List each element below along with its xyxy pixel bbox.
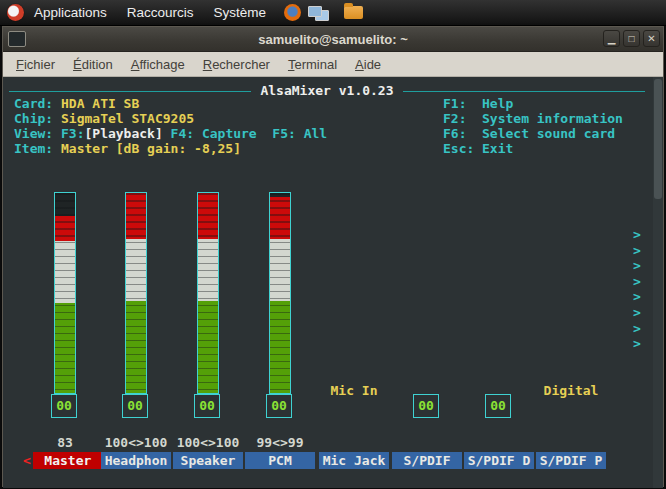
help-esc: Esc:Exit: [443, 141, 513, 156]
chip-value: SigmaTel STAC9205: [61, 111, 194, 126]
view-label: View:: [14, 126, 61, 141]
volume-bar-speaker: [197, 192, 219, 394]
help-f1: F1:Help: [443, 96, 513, 111]
menu-terminal[interactable]: Terminal: [279, 54, 346, 75]
menu-rechercher[interactable]: Rechercher: [194, 54, 279, 75]
more-controls-indicator: > > > > > > > >: [633, 227, 641, 352]
terminal-window: samuelito@samuelito: ~ ▁ □ ✕ Fichier Édi…: [2, 26, 664, 487]
bar-empty-seg: [270, 193, 290, 197]
menu-accel: A: [355, 57, 364, 72]
help-text: Select sound card: [482, 126, 615, 141]
help-key: F6:: [443, 126, 482, 141]
desktop: { "panel": { "menus": [ {"label": "Appli…: [0, 0, 666, 489]
mute-indicator-speaker: 00: [194, 394, 220, 418]
bar-green-seg: [270, 301, 290, 393]
control-name-headphone: Headphon: [101, 452, 171, 469]
chevron-right-icon: >: [633, 243, 641, 259]
bar-white-seg: [126, 239, 146, 301]
help-text: Exit: [482, 141, 513, 156]
control-name-spdif-p: S/PDIF P: [536, 452, 606, 469]
bar-red-seg: [270, 197, 290, 239]
help-key: Esc:: [443, 141, 482, 156]
help-text: Help: [482, 96, 513, 111]
chevron-right-icon: >: [633, 274, 641, 290]
chevron-right-icon: >: [633, 336, 641, 352]
menu-rest: ffichage: [139, 57, 184, 72]
window-titlebar[interactable]: samuelito@samuelito: ~ ▁ □ ✕: [3, 27, 663, 52]
terminal-screen[interactable]: AlsaMixer v1.0.23 Card:HDA ATI SB Chip:S…: [3, 77, 663, 488]
scrollbar-thumb[interactable]: [654, 79, 662, 199]
help-key: F2:: [443, 111, 482, 126]
chip-line: Chip:SigmaTel STAC9205: [14, 111, 194, 126]
menu-aide[interactable]: Aide: [346, 54, 390, 75]
menu-edition[interactable]: Édition: [64, 54, 122, 75]
mute-indicator-spdif: 00: [413, 394, 439, 418]
menu-affichage[interactable]: Affichage: [122, 54, 194, 75]
terminal-scrollbar[interactable]: [653, 77, 663, 488]
monitor-front-icon: [308, 6, 322, 17]
volume-bar-headphone: [125, 192, 147, 394]
help-key: F1:: [443, 96, 482, 111]
chevron-right-icon: >: [633, 305, 641, 321]
chevron-right-icon: >: [633, 258, 641, 274]
bar-empty-seg: [55, 193, 75, 216]
panel-menu-applications[interactable]: Applications: [24, 0, 117, 26]
control-name-speaker: Speaker: [173, 452, 243, 469]
channel-spdif-p: Digital S/PDIF P: [527, 192, 615, 477]
menu-rest: echercher: [212, 57, 270, 72]
terminal-menubar: Fichier Édition Affichage Rechercher Ter…: [3, 52, 663, 77]
view-active-mode: [Playback]: [84, 126, 162, 141]
panel-menu-raccourcis[interactable]: Raccourcis: [117, 0, 204, 26]
mute-indicator-headphone: 00: [122, 394, 148, 418]
menu-accel: R: [203, 57, 212, 72]
bar-green-seg: [126, 301, 146, 393]
panel-menu-systeme[interactable]: Système: [204, 0, 277, 26]
minimize-button[interactable]: ▁: [603, 30, 620, 47]
chevron-right-icon: >: [633, 289, 641, 305]
enum-value-spdif-p: Digital: [527, 383, 615, 398]
help-f2: F2:System information: [443, 111, 623, 126]
bar-green-seg: [198, 301, 218, 393]
help-text: System information: [482, 111, 623, 126]
control-name-spdif: S/PDIF: [392, 452, 462, 469]
view-post: F4: Capture F5: All: [163, 126, 327, 141]
menu-fichier[interactable]: Fichier: [7, 54, 64, 75]
menu-rest: ichier: [24, 57, 55, 72]
bar-red-seg: [126, 193, 146, 239]
menu-rest: erminal: [294, 57, 337, 72]
view-pre: F3:: [61, 126, 84, 141]
window-buttons: ▁ □ ✕: [600, 30, 660, 47]
terminal-window-icon[interactable]: [8, 31, 26, 47]
bar-red-seg: [55, 216, 75, 241]
menu-rest: dition: [82, 57, 113, 72]
help-f6: F6:Select sound card: [443, 126, 615, 141]
card-value: HDA ATI SB: [61, 96, 139, 111]
chevron-right-icon: >: [633, 321, 641, 337]
alsamixer-title: AlsaMixer v1.0.23: [251, 83, 402, 98]
maximize-button[interactable]: □: [623, 30, 640, 47]
control-name-spdif-d: S/PDIF D: [464, 452, 534, 469]
item-line: Item:Master [dB gain: -8,25]: [14, 141, 241, 156]
volume-bar-pcm: [269, 192, 291, 394]
chevron-right-icon: >: [633, 227, 641, 243]
item-value: Master [dB gain: -8,25]: [61, 141, 241, 156]
control-namerow: S/PDIF P: [527, 452, 615, 469]
top-panel: Applications Raccourcis Système: [0, 0, 666, 26]
bar-white-seg: [270, 239, 290, 301]
close-button[interactable]: ✕: [643, 30, 660, 47]
file-manager-icon[interactable]: [344, 6, 363, 19]
bar-red-seg: [198, 193, 218, 239]
window-title: samuelito@samuelito: ~: [258, 32, 408, 47]
control-name-pcm: PCM: [245, 452, 315, 469]
menu-accel: F: [16, 57, 24, 72]
firefox-launcher-icon[interactable]: [284, 4, 301, 21]
displays-icon[interactable]: [308, 4, 330, 22]
control-name-mic-jack: Mic Jack: [319, 452, 389, 469]
menu-accel: É: [73, 57, 82, 72]
bar-green-seg: [55, 303, 75, 393]
distro-logo-icon[interactable]: [7, 4, 24, 21]
item-label: Item:: [14, 141, 61, 156]
bar-white-seg: [55, 241, 75, 303]
mute-indicator-spdif-d: 00: [485, 394, 511, 418]
chip-label: Chip:: [14, 111, 61, 126]
